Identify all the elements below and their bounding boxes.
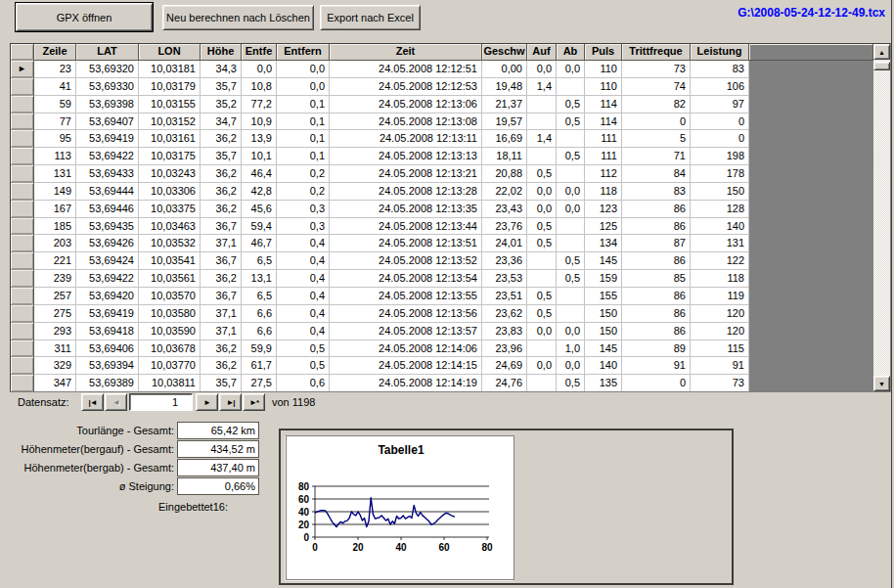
- cell-höhe[interactable]: 37,1: [201, 235, 242, 252]
- cell-zeile[interactable]: 347: [34, 375, 76, 391]
- cell-entfern[interactable]: 0,2: [277, 165, 330, 183]
- cell-ab[interactable]: [557, 235, 585, 252]
- cell-ab[interactable]: [557, 218, 585, 236]
- cell-lon[interactable]: 10,03152: [139, 113, 201, 131]
- cell-puls[interactable]: 155: [585, 288, 622, 305]
- cell-entfern[interactable]: 0,1: [277, 113, 330, 131]
- cell-puls[interactable]: 145: [585, 340, 622, 358]
- cell-entfern[interactable]: 0,1: [277, 148, 330, 165]
- column-header-entfe[interactable]: Entfe: [242, 44, 277, 61]
- cell-ab[interactable]: 0,5: [557, 270, 585, 288]
- row-selector[interactable]: [11, 323, 34, 340]
- first-record-button[interactable]: |◄: [81, 393, 104, 411]
- cell-entfe[interactable]: 27,5: [242, 375, 277, 391]
- cell-zeit[interactable]: 24.05.2008 12:13:56: [330, 305, 482, 323]
- cell-zeit[interactable]: 24.05.2008 12:12:53: [330, 78, 482, 96]
- cell-lon[interactable]: 10,03811: [139, 375, 201, 391]
- cell-auf[interactable]: 0,0: [527, 183, 557, 201]
- cell-ab[interactable]: 0,5: [557, 148, 585, 165]
- row-selector-header[interactable]: [11, 44, 34, 61]
- cell-entfe[interactable]: 61,7: [242, 357, 277, 375]
- cell-lat[interactable]: 53,69420: [76, 288, 139, 305]
- cell-entfe[interactable]: 6,5: [242, 252, 277, 270]
- row-selector[interactable]: [11, 96, 34, 113]
- cell-trittfreque[interactable]: 84: [622, 165, 691, 183]
- cell-leistung[interactable]: 118: [691, 270, 749, 288]
- cell-entfern[interactable]: 0,4: [277, 288, 330, 305]
- cell-lat[interactable]: 53,69422: [76, 148, 139, 165]
- row-selector[interactable]: [11, 270, 34, 288]
- cell-höhe[interactable]: 34,3: [201, 61, 242, 78]
- column-header-entfern[interactable]: Entfern: [277, 44, 330, 61]
- row-selector[interactable]: [11, 130, 34, 148]
- row-selector[interactable]: [11, 235, 34, 252]
- cell-geschw[interactable]: 23,76: [482, 218, 527, 236]
- cell-leistung[interactable]: 198: [691, 148, 749, 165]
- cell-entfe[interactable]: 42,8: [242, 183, 277, 201]
- cell-höhe[interactable]: 34,7: [201, 113, 242, 131]
- cell-höhe[interactable]: 35,7: [201, 78, 242, 96]
- cell-entfern[interactable]: 0,1: [277, 130, 330, 148]
- cell-ab[interactable]: [557, 78, 585, 96]
- cell-auf[interactable]: 0,0: [527, 357, 557, 375]
- cell-auf[interactable]: 0,0: [527, 323, 557, 340]
- cell-lon[interactable]: 10,03463: [139, 218, 201, 236]
- row-selector[interactable]: [11, 78, 34, 96]
- cell-geschw[interactable]: 23,43: [482, 201, 527, 218]
- cell-leistung[interactable]: 120: [691, 323, 749, 340]
- cell-entfe[interactable]: 46,4: [242, 165, 277, 183]
- cell-höhe[interactable]: 36,7: [201, 218, 242, 236]
- embedded-chart-object[interactable]: Tabelle1020406080020406080: [286, 435, 514, 580]
- cell-auf[interactable]: 1,4: [527, 78, 557, 96]
- cell-puls[interactable]: 145: [585, 252, 622, 270]
- column-header-lon[interactable]: LON: [139, 44, 201, 61]
- cell-auf[interactable]: 0,5: [527, 288, 557, 305]
- cell-auf[interactable]: [527, 270, 557, 288]
- cell-trittfreque[interactable]: 87: [622, 235, 691, 252]
- cell-lon[interactable]: 10,03678: [139, 340, 201, 358]
- cell-trittfreque[interactable]: 86: [622, 252, 691, 270]
- cell-puls[interactable]: 118: [585, 183, 622, 201]
- cell-lon[interactable]: 10,03155: [139, 96, 201, 113]
- scrollbar-thumb[interactable]: [873, 62, 890, 70]
- cell-leistung[interactable]: 0: [691, 130, 749, 148]
- cell-puls[interactable]: 111: [585, 130, 622, 148]
- cell-geschw[interactable]: 24,01: [482, 235, 527, 252]
- cell-lon[interactable]: 10,03306: [139, 183, 201, 201]
- cell-ab[interactable]: [557, 305, 585, 323]
- cell-puls[interactable]: 112: [585, 165, 622, 183]
- cell-höhe[interactable]: 35,2: [201, 96, 242, 113]
- cell-leistung[interactable]: 0: [691, 113, 749, 131]
- cell-trittfreque[interactable]: 83: [622, 183, 691, 201]
- row-selector[interactable]: [11, 340, 34, 358]
- cell-puls[interactable]: 114: [585, 96, 622, 113]
- cell-entfern[interactable]: 0,0: [277, 78, 330, 96]
- cell-lat[interactable]: 53,69424: [76, 252, 139, 270]
- cell-höhe[interactable]: 36,2: [201, 357, 242, 375]
- cell-geschw[interactable]: 21,37: [482, 96, 527, 113]
- cell-entfern[interactable]: 0,0: [277, 61, 330, 78]
- cell-zeit[interactable]: 24.05.2008 12:13:44: [330, 218, 482, 236]
- cell-zeit[interactable]: 24.05.2008 12:13:35: [330, 201, 482, 218]
- cell-zeit[interactable]: 24.05.2008 12:13:21: [330, 165, 482, 183]
- cell-puls[interactable]: 111: [585, 148, 622, 165]
- cell-entfe[interactable]: 46,7: [242, 235, 277, 252]
- cell-leistung[interactable]: 150: [691, 183, 749, 201]
- cell-ab[interactable]: 0,0: [557, 323, 585, 340]
- cell-auf[interactable]: 1,4: [527, 130, 557, 148]
- cell-ab[interactable]: [557, 288, 585, 305]
- cell-zeile[interactable]: 59: [34, 96, 76, 113]
- cell-geschw[interactable]: 19,48: [482, 78, 527, 96]
- cell-entfern[interactable]: 0,1: [277, 96, 330, 113]
- cell-puls[interactable]: 110: [585, 61, 622, 78]
- cell-lat[interactable]: 53,69394: [76, 357, 139, 375]
- cell-trittfreque[interactable]: 86: [622, 201, 691, 218]
- cell-geschw[interactable]: 0,00: [482, 61, 527, 78]
- cell-zeit[interactable]: 24.05.2008 12:14:06: [330, 340, 482, 358]
- cell-ab[interactable]: 0,0: [557, 201, 585, 218]
- cell-ab[interactable]: 0,0: [557, 183, 585, 201]
- column-header-zeit[interactable]: Zeit: [330, 44, 482, 61]
- cell-entfe[interactable]: 10,8: [242, 78, 277, 96]
- cell-zeit[interactable]: 24.05.2008 12:13:28: [330, 183, 482, 201]
- cell-trittfreque[interactable]: 86: [622, 323, 691, 340]
